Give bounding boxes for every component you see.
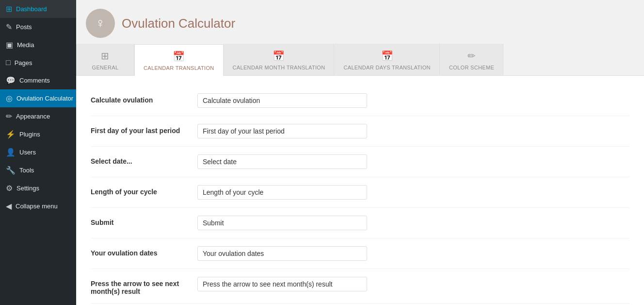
page-header: ♀ Ovulation Calculator xyxy=(76,0,644,44)
sidebar-item-tools[interactable]: 🔧Tools xyxy=(0,161,76,179)
sidebar-icon-appearance: ✏ xyxy=(6,112,12,121)
sidebar-label-collapse: Collapse menu xyxy=(16,203,58,210)
tab-label-general: GENERAL xyxy=(92,65,119,70)
sidebar-icon-collapse: ◀ xyxy=(6,202,12,211)
sidebar-item-settings[interactable]: ⚙Settings xyxy=(0,179,76,197)
form-input-submit[interactable] xyxy=(197,216,367,230)
form-field-ovulation-dates xyxy=(197,246,629,261)
sidebar-icon-users: 👤 xyxy=(6,148,16,157)
form-label-submit: Submit xyxy=(91,216,197,226)
sidebar-item-collapse[interactable]: ◀Collapse menu xyxy=(0,197,76,215)
form-input-first-day-last-period[interactable] xyxy=(197,124,367,138)
sidebar-label-dashboard: Dashboard xyxy=(16,5,47,13)
tab-calendar-translation[interactable]: 📅CALENDAR TRANSLATION xyxy=(134,44,224,76)
tab-icon-calendar-days-translation: 📅 xyxy=(381,50,393,62)
form-field-calculate-ovulation xyxy=(197,93,629,108)
form-label-press-arrow: Press the arrow to see next month(s) res… xyxy=(91,277,197,295)
form-input-select-date[interactable] xyxy=(197,154,367,169)
content-inner: Calculate ovulation First day of your la… xyxy=(76,76,644,305)
tab-label-calendar-days-translation: CALENDAR DAYS TRANSLATION xyxy=(343,65,430,70)
sidebar-label-settings: Settings xyxy=(16,185,39,192)
sidebar-item-ovulation-calculator[interactable]: ◎Ovulation Calculator xyxy=(0,89,76,107)
form-row-select-date: Select date... xyxy=(91,147,629,177)
tab-color-scheme[interactable]: ✏COLOR SCHEME xyxy=(440,44,503,75)
sidebar-icon-ovulation-calculator: ◎ xyxy=(6,94,13,103)
form-row-length-of-cycle: Length of your cycle xyxy=(91,177,629,208)
tab-label-color-scheme: COLOR SCHEME xyxy=(449,65,494,70)
tab-general[interactable]: ⊞GENERAL xyxy=(76,44,134,75)
form-field-first-day-last-period xyxy=(197,124,629,138)
sidebar-icon-plugins: ⚡ xyxy=(6,130,16,139)
form-row-first-day-last-period: First day of your last period xyxy=(91,116,629,147)
form-field-select-date xyxy=(197,154,629,169)
sidebar-item-pages[interactable]: □Pages xyxy=(0,54,76,71)
tab-icon-color-scheme: ✏ xyxy=(467,50,476,62)
sidebar-item-dashboard[interactable]: ⊞Dashboard xyxy=(0,0,76,18)
form-input-length-of-cycle[interactable] xyxy=(197,185,367,200)
sidebar-item-media[interactable]: ▣Media xyxy=(0,36,76,54)
sidebar-label-comments: Comments xyxy=(19,77,50,84)
tab-icon-calendar-month-translation: 📅 xyxy=(273,50,285,62)
main-content: ♀ Ovulation Calculator ⊞GENERAL📅CALENDAR… xyxy=(76,0,644,305)
content-area: Calculate ovulation First day of your la… xyxy=(76,76,644,305)
tab-calendar-month-translation[interactable]: 📅CALENDAR MONTH TRANSLATION xyxy=(224,44,335,75)
sidebar-icon-pages: □ xyxy=(6,58,11,67)
sidebar-label-appearance: Appearance xyxy=(16,113,50,120)
form-field-press-arrow xyxy=(197,277,629,291)
sidebar-icon-settings: ⚙ xyxy=(6,184,13,193)
form-label-length-of-cycle: Length of your cycle xyxy=(91,185,197,196)
form-row-press-arrow: Press the arrow to see next month(s) res… xyxy=(91,269,629,304)
sidebar-label-ovulation-calculator: Ovulation Calculator xyxy=(16,95,73,102)
tabs-bar: ⊞GENERAL📅CALENDAR TRANSLATION📅CALENDAR M… xyxy=(76,44,644,76)
form-row-submit: Submit xyxy=(91,208,629,238)
form-label-ovulation-dates: Your ovulation dates xyxy=(91,246,197,257)
sidebar-label-pages: Pages xyxy=(15,59,32,67)
tab-label-calendar-month-translation: CALENDAR MONTH TRANSLATION xyxy=(233,65,325,70)
sidebar: ⊞Dashboard✎Posts▣Media□Pages💬Comments◎Ov… xyxy=(0,0,76,305)
page-title: Ovulation Calculator xyxy=(122,16,235,31)
tab-calendar-days-translation[interactable]: 📅CALENDAR DAYS TRANSLATION xyxy=(334,44,439,75)
sidebar-icon-tools: 🔧 xyxy=(6,166,16,175)
sidebar-item-appearance[interactable]: ✏Appearance xyxy=(0,107,76,125)
sidebar-icon-comments: 💬 xyxy=(6,76,16,85)
sidebar-label-plugins: Plugins xyxy=(19,131,40,138)
sidebar-icon-media: ▣ xyxy=(6,40,13,50)
form-input-ovulation-dates[interactable] xyxy=(197,246,367,261)
sidebar-label-tools: Tools xyxy=(19,167,34,174)
tab-label-calendar-translation: CALENDAR TRANSLATION xyxy=(144,65,214,71)
sidebar-item-users[interactable]: 👤Users xyxy=(0,143,76,161)
form-row-calculate-ovulation: Calculate ovulation xyxy=(91,85,629,116)
form-input-press-arrow[interactable] xyxy=(197,277,367,291)
sidebar-label-posts: Posts xyxy=(16,23,32,31)
form-input-calculate-ovulation[interactable] xyxy=(197,93,367,108)
plugin-icon: ♀ xyxy=(86,9,115,38)
sidebar-label-users: Users xyxy=(19,149,36,156)
tab-icon-calendar-translation: 📅 xyxy=(173,51,185,62)
sidebar-icon-posts: ✎ xyxy=(6,22,12,32)
sidebar-item-posts[interactable]: ✎Posts xyxy=(0,18,76,36)
sidebar-item-comments[interactable]: 💬Comments xyxy=(0,71,76,89)
tab-icon-general: ⊞ xyxy=(101,50,109,62)
sidebar-icon-dashboard: ⊞ xyxy=(6,4,12,14)
sidebar-label-media: Media xyxy=(17,41,34,49)
form-field-length-of-cycle xyxy=(197,185,629,200)
form-row-ovulation-dates: Your ovulation dates xyxy=(91,238,629,269)
form-label-select-date: Select date... xyxy=(91,154,197,165)
form-label-first-day-last-period: First day of your last period xyxy=(91,124,197,135)
form-field-submit xyxy=(197,216,629,230)
sidebar-item-plugins[interactable]: ⚡Plugins xyxy=(0,125,76,143)
form-label-calculate-ovulation: Calculate ovulation xyxy=(91,93,197,104)
